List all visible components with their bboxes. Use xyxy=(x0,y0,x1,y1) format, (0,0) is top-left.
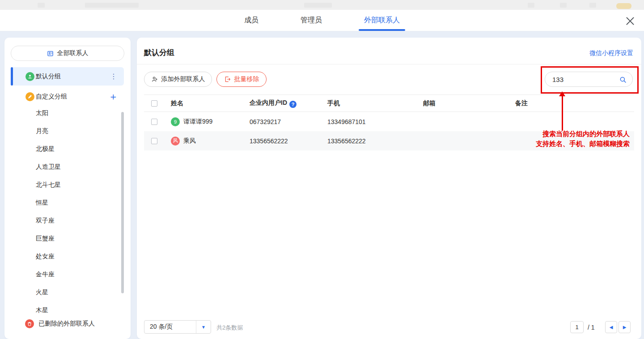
help-icon[interactable]: ? xyxy=(289,101,297,108)
background-text xyxy=(85,3,139,8)
contact-mobile: 13349687101 xyxy=(327,118,366,125)
sidebar-item-group[interactable]: 恒星 xyxy=(11,193,120,211)
sidebar-item-group[interactable]: 月亮 xyxy=(11,122,120,140)
column-header-email: 邮箱 xyxy=(423,99,436,107)
dialog-header: 成员 管理员 外部联系人 xyxy=(0,10,644,31)
arrow-right-icon: ▶ xyxy=(623,325,627,330)
all-contacts-button[interactable]: 全部联系人 xyxy=(11,46,124,61)
sidebar-item-group[interactable]: 北斗七星 xyxy=(11,176,120,193)
deleted-contacts-label: 已删除的外部联系人 xyxy=(38,320,95,328)
contact-userid: 067329217 xyxy=(250,118,281,125)
sidebar-item-deleted-contacts[interactable]: 已删除的外部联系人 xyxy=(11,316,124,331)
batch-remove-button[interactable]: 批量移除 xyxy=(216,72,267,87)
person-icon xyxy=(25,72,34,81)
contact-userid: 13356562222 xyxy=(250,137,288,145)
sidebar-item-group[interactable]: 金牛座 xyxy=(11,265,120,283)
table-row[interactable]: 风 乘风 13356562222 13356562222 xyxy=(144,131,634,150)
search-box xyxy=(545,72,633,87)
page-size-select[interactable]: 20 条/页 ▼ xyxy=(144,320,211,334)
add-group-icon[interactable]: ＋ xyxy=(108,92,118,102)
close-icon[interactable] xyxy=(624,15,636,27)
sidebar-item-default-group[interactable]: 默认分组 ⋮ xyxy=(11,67,124,86)
avatar: 风 xyxy=(171,137,180,146)
tab-bar: 成员 管理员 外部联系人 xyxy=(0,10,644,31)
contact-name: 谭谭谭999 xyxy=(183,118,212,126)
row-checkbox[interactable] xyxy=(151,119,157,125)
tab-members[interactable]: 成员 xyxy=(242,10,260,31)
page-total-label: / 1 xyxy=(588,324,595,331)
background-icon xyxy=(528,3,534,8)
active-indicator xyxy=(11,67,13,86)
tab-admins[interactable]: 管理员 xyxy=(299,10,324,31)
search-icon[interactable] xyxy=(619,76,627,84)
sidebar-item-group[interactable]: 北极星 xyxy=(11,140,120,158)
column-header-mobile: 手机 xyxy=(327,99,340,107)
page-number-input[interactable] xyxy=(570,321,584,333)
all-contacts-label: 全部联系人 xyxy=(57,49,89,57)
sidebar-item-group[interactable]: 火星 xyxy=(11,283,120,301)
table-row[interactable]: 9 谭谭谭999 067329217 13349687101 xyxy=(144,112,634,131)
divider xyxy=(137,64,641,64)
screen: 成员 管理员 外部联系人 全部联系人 默认分组 ⋮ 自定义分组 ＋ xyxy=(0,0,644,339)
sidebar-item-group[interactable]: 巨蟹座 xyxy=(11,229,120,247)
tab-external-contacts[interactable]: 外部联系人 xyxy=(362,10,402,31)
page-size-value: 20 条/页 xyxy=(144,323,196,331)
background-text xyxy=(304,3,332,8)
background-icon xyxy=(589,3,596,8)
sidebar-item-group[interactable]: 处女座 xyxy=(11,247,120,265)
sidebar-item-group[interactable]: 人造卫星 xyxy=(11,158,120,176)
pencil-icon xyxy=(25,92,34,101)
avatar: 9 xyxy=(171,117,180,126)
add-person-icon xyxy=(151,76,158,83)
add-button-label: 添加外部联系人 xyxy=(161,75,205,83)
more-options-icon[interactable]: ⋮ xyxy=(110,73,117,80)
arrow-left-icon: ◀ xyxy=(610,325,613,330)
table-header-row: 姓名 企业内用户ID? 手机 邮箱 备注 xyxy=(144,94,634,112)
sidebar-scrollbar[interactable] xyxy=(121,112,124,293)
contact-book-icon xyxy=(47,50,54,57)
sidebar-item-label: 默认分组 xyxy=(36,73,61,81)
column-header-name: 姓名 xyxy=(171,99,183,107)
main-panel: 默认分组 微信小程序设置 添加外部联系人 批量移除 姓名 企业内用户ID? 手机… xyxy=(137,38,641,339)
row-checkbox[interactable] xyxy=(151,138,157,144)
miniprogram-settings-link[interactable]: 微信小程序设置 xyxy=(589,49,633,57)
remove-export-icon xyxy=(224,76,231,83)
prev-page-button[interactable]: ◀ xyxy=(605,321,617,333)
contacts-table: 姓名 企业内用户ID? 手机 邮箱 备注 9 谭谭谭999 067329217 … xyxy=(144,94,634,150)
background-avatar xyxy=(616,3,631,9)
sidebar-item-group[interactable]: 双子座 xyxy=(11,211,120,229)
chevron-down-icon: ▼ xyxy=(196,325,211,330)
background-icon xyxy=(560,3,567,8)
background-logo xyxy=(38,3,45,8)
background-page-strip xyxy=(0,0,644,10)
page-title: 默认分组 xyxy=(144,47,174,58)
add-external-contact-button[interactable]: 添加外部联系人 xyxy=(144,72,212,87)
next-page-button[interactable]: ▶ xyxy=(619,321,631,333)
sidebar-item-group[interactable]: 太阳 xyxy=(11,104,120,122)
total-count-label: 共2条数据 xyxy=(216,324,243,332)
select-all-checkbox[interactable] xyxy=(151,100,157,107)
sidebar: 全部联系人 默认分组 ⋮ 自定义分组 ＋ 太阳 月亮 北极星 人造卫星 北斗七星… xyxy=(4,38,131,339)
column-header-userid: 企业内用户ID? xyxy=(250,99,297,108)
remove-button-label: 批量移除 xyxy=(234,75,259,83)
search-input[interactable] xyxy=(552,73,619,86)
sidebar-item-label: 自定义分组 xyxy=(36,93,67,101)
column-header-remark: 备注 xyxy=(515,99,528,107)
contact-mobile: 13356562222 xyxy=(327,137,366,145)
sidebar-item-custom-group[interactable]: 自定义分组 ＋ xyxy=(11,88,124,106)
contact-name: 乘风 xyxy=(183,137,196,145)
trash-icon xyxy=(25,319,34,328)
